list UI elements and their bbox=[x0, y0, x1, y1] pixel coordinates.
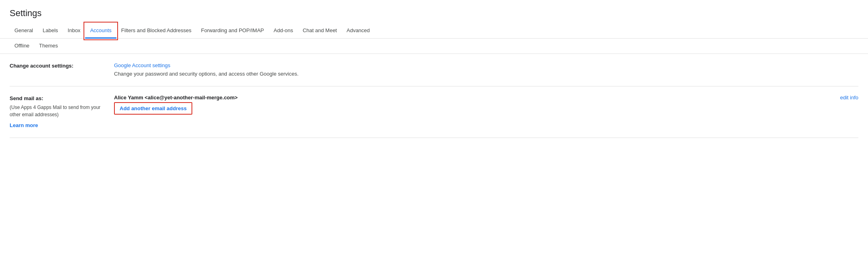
send-mail-label: Send mail as: (Use Apps 4 Gapps Mail to … bbox=[10, 95, 114, 130]
tab-themes[interactable]: Themes bbox=[34, 39, 63, 54]
send-mail-section: Send mail as: (Use Apps 4 Gapps Mail to … bbox=[10, 86, 858, 138]
email-display: Alice Yamm <alice@yet-another-mail-merge… bbox=[114, 95, 238, 101]
tabs-row-2: Offline Themes bbox=[0, 39, 868, 54]
add-another-email-button[interactable]: Add another email address bbox=[114, 102, 192, 115]
change-account-section: Change account settings: Google Account … bbox=[10, 54, 858, 86]
tab-accounts[interactable]: Accounts bbox=[85, 23, 116, 39]
tab-general[interactable]: General bbox=[10, 23, 38, 39]
add-email-wrapper: Add another email address bbox=[114, 101, 858, 115]
tab-advanced[interactable]: Advanced bbox=[342, 23, 375, 39]
change-account-content: Google Account settings Change your pass… bbox=[114, 62, 858, 78]
edit-info-link[interactable]: edit info bbox=[840, 95, 858, 101]
tab-chat-and-meet[interactable]: Chat and Meet bbox=[298, 23, 342, 39]
google-account-settings-link[interactable]: Google Account settings bbox=[114, 62, 170, 68]
tab-inbox[interactable]: Inbox bbox=[63, 23, 86, 39]
tabs-row-1: General Labels Inbox Accounts Filters an… bbox=[0, 23, 868, 39]
tab-offline[interactable]: Offline bbox=[10, 39, 34, 54]
tab-addons[interactable]: Add-ons bbox=[269, 23, 298, 39]
learn-more-link[interactable]: Learn more bbox=[10, 121, 104, 130]
change-account-desc: Change your password and security option… bbox=[114, 70, 858, 78]
tab-labels[interactable]: Labels bbox=[38, 23, 63, 39]
settings-content: Change account settings: Google Account … bbox=[0, 54, 868, 138]
page-title: Settings bbox=[0, 0, 868, 23]
send-mail-content: Alice Yamm <alice@yet-another-mail-merge… bbox=[114, 95, 858, 130]
change-account-label: Change account settings: bbox=[10, 62, 114, 78]
email-row: Alice Yamm <alice@yet-another-mail-merge… bbox=[114, 95, 858, 101]
tab-forwarding[interactable]: Forwarding and POP/IMAP bbox=[196, 23, 269, 39]
tab-filters[interactable]: Filters and Blocked Addresses bbox=[116, 23, 196, 39]
send-mail-sublabel: (Use Apps 4 Gapps Mail to send from your… bbox=[10, 104, 104, 118]
